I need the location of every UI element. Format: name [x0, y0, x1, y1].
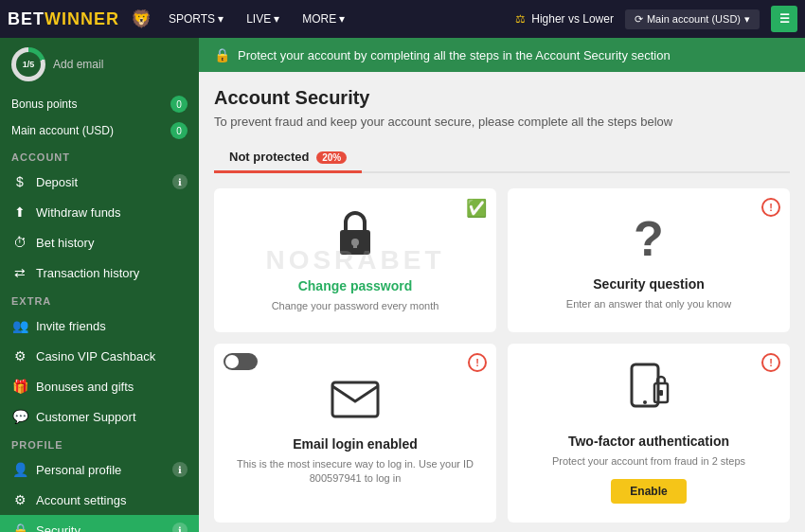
card-title-two-factor: Two-factor authentication — [568, 434, 729, 449]
content-body: Account Security To prevent fraud and ke… — [199, 72, 805, 532]
sidebar-item-casino-vip[interactable]: ⚙ Casino VIP Cashback — [0, 341, 199, 371]
toggle-switch[interactable] — [224, 353, 258, 370]
card-desc-email-login: This is the most insecure way to log in.… — [229, 457, 481, 487]
main-account-stat: Main account (USD) 0 — [0, 117, 199, 144]
sidebar-top: 1/5 Add email — [0, 38, 199, 91]
scale-icon: ⚖ — [515, 12, 526, 26]
lock-icon: 🔒 — [11, 523, 28, 532]
account-section-label: ACCOUNT — [0, 144, 199, 167]
balance-vs: ⚖ Higher vs Lower — [515, 12, 614, 26]
dollar-icon: $ — [11, 174, 28, 189]
lock-icon — [332, 207, 378, 269]
check-icon: ✅ — [466, 198, 487, 219]
svg-rect-2 — [353, 242, 357, 248]
brand-bet: BET — [8, 9, 45, 28]
page-subtitle: To prevent fraud and keep your account s… — [214, 115, 790, 129]
security-banner: 🔒 Protect your account by completing all… — [199, 38, 805, 72]
info-icon: ℹ — [172, 462, 188, 477]
tabs-row: Not protected 20% — [214, 142, 790, 173]
sidebar-item-bonuses[interactable]: 🎁 Bonuses and gifts — [0, 371, 199, 401]
support-icon: 💬 — [11, 409, 28, 424]
gift-icon: 🎁 — [11, 379, 28, 394]
tab-percent-badge: 20% — [316, 151, 347, 164]
svg-rect-3 — [332, 382, 378, 417]
more-nav-btn[interactable]: MORE ▾ — [296, 9, 350, 29]
svg-point-5 — [643, 400, 647, 404]
sidebar-item-personal-profile[interactable]: 👤 Personal profile ℹ — [0, 454, 199, 485]
card-security-question: ! ? Security question Enter an answer th… — [508, 188, 790, 332]
progress-circle: 1/5 — [11, 47, 45, 81]
phone-lock-icon — [628, 363, 670, 424]
progress-row: 1/5 Add email — [11, 47, 188, 81]
sidebar-item-deposit[interactable]: $ Deposit ℹ — [0, 167, 199, 197]
email-icon — [331, 381, 380, 427]
chevron-down-icon: ▾ — [339, 12, 345, 26]
card-title-change-password: Change password — [298, 278, 413, 293]
sidebar-item-customer-support[interactable]: 💬 Customer Support — [0, 401, 199, 432]
sidebar-item-bet-history[interactable]: ⏱ Bet history — [0, 227, 199, 257]
extra-section-label: EXTRA — [0, 288, 199, 310]
transfer-icon: ⇄ — [11, 265, 28, 280]
top-navigation: BETWINNER 🦁 SPORTS ▾ LIVE ▾ MORE ▾ ⚖ Hig… — [0, 0, 805, 38]
question-icon: ? — [634, 210, 664, 267]
brand-logo: BETWINNER — [8, 9, 119, 29]
card-title-email-login: Email login enabled — [293, 436, 417, 452]
menu-button[interactable]: ☰ — [771, 6, 797, 32]
card-desc-two-factor: Protect your account from fraud in 2 ste… — [552, 454, 745, 469]
vip-icon: ⚙ — [11, 348, 28, 364]
brand-winner: WINNER — [45, 9, 119, 28]
page-title: Account Security — [214, 87, 790, 109]
cards-grid: NOSRABET ✅ Change password Change your p… — [214, 188, 790, 523]
sports-nav-btn[interactable]: SPORTS ▾ — [163, 9, 229, 29]
chevron-down-icon: ▾ — [744, 13, 750, 26]
main-body: 1/5 Add email Bonus points 0 Main accoun… — [0, 38, 805, 532]
card-desc-change-password: Change your password every month — [272, 299, 439, 313]
card-email-login: ! Email login enabled This is the most i… — [214, 344, 496, 522]
settings-icon: ⚙ — [11, 492, 28, 507]
banner-lock-icon: 🔒 — [214, 47, 230, 62]
refresh-icon: ⟳ — [635, 13, 643, 26]
tab-not-protected[interactable]: Not protected 20% — [214, 142, 362, 171]
card-change-password: NOSRABET ✅ Change password Change your p… — [214, 188, 496, 332]
bonus-points-badge: 0 — [170, 96, 188, 113]
sidebar-item-transaction-history[interactable]: ⇄ Transaction history — [0, 257, 199, 288]
account-button[interactable]: ⟳ Main account (USD) ▾ — [625, 9, 760, 29]
warn-icon: ! — [761, 353, 780, 372]
banner-text: Protect your account by completing all t… — [238, 48, 671, 62]
warn-icon: ! — [468, 353, 487, 372]
clock-icon: ⏱ — [11, 235, 28, 250]
enable-button[interactable]: Enable — [611, 479, 686, 504]
live-nav-btn[interactable]: LIVE ▾ — [241, 9, 285, 29]
email-login-toggle[interactable] — [224, 353, 258, 370]
content-area: 🔒 Protect your account by completing all… — [199, 38, 805, 532]
chevron-down-icon: ▾ — [218, 12, 224, 26]
bonus-points-stat: Bonus points 0 — [0, 91, 199, 117]
card-title-security-question: Security question — [593, 276, 704, 292]
warn-icon: ! — [761, 198, 780, 217]
card-desc-security-question: Enter an answer that only you know — [566, 297, 731, 311]
add-email-label[interactable]: Add email — [53, 58, 103, 71]
info-icon: ℹ — [172, 523, 188, 532]
info-icon: ℹ — [172, 174, 188, 189]
sidebar-item-account-settings[interactable]: ⚙ Account settings — [0, 485, 199, 515]
person-icon: 👤 — [11, 462, 28, 477]
profile-section-label: PROFILE — [0, 432, 199, 454]
friends-icon: 👥 — [11, 318, 28, 333]
main-account-badge: 0 — [170, 122, 188, 139]
sidebar-item-withdraw[interactable]: ⬆ Withdraw funds — [0, 197, 199, 227]
sidebar-item-security[interactable]: 🔒 Security ℹ — [0, 515, 199, 532]
chevron-down-icon: ▾ — [274, 12, 279, 26]
sidebar: 1/5 Add email Bonus points 0 Main accoun… — [0, 38, 199, 532]
lion-icon: 🦁 — [131, 9, 152, 29]
card-two-factor: ! Two-factor authentication Protect your… — [508, 344, 790, 522]
sidebar-item-invite-friends[interactable]: 👥 Invite friends — [0, 310, 199, 341]
svg-rect-7 — [659, 390, 663, 396]
withdraw-icon: ⬆ — [11, 204, 28, 220]
